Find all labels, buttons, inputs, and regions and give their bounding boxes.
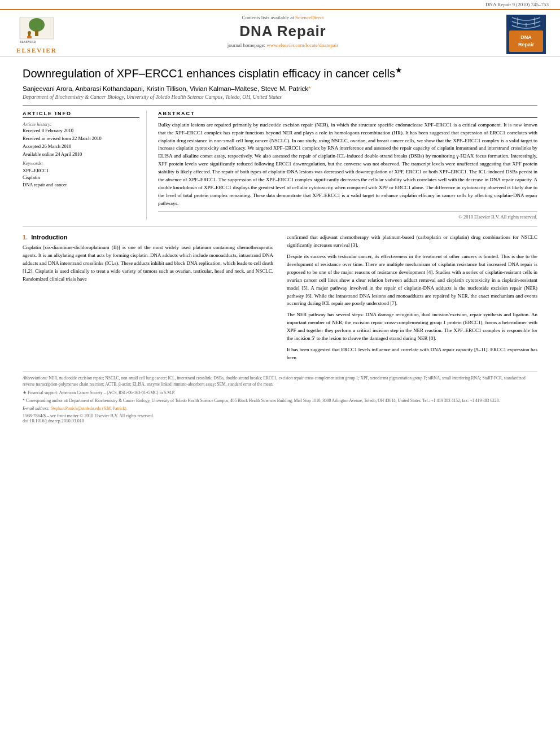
article-info-heading: ARTICLE INFO (23, 111, 139, 118)
article-info-abstract-section: ARTICLE INFO Article history: Received 8… (23, 106, 537, 220)
body-content: 1. Introduction Cisplatin [cis-diammine-… (23, 234, 537, 365)
svg-rect-13 (509, 30, 543, 52)
accepted-date: Accepted 26 March 2010 (23, 143, 139, 149)
keyword-1: XPF–ERCC1 (23, 167, 139, 174)
article-info-column: ARTICLE INFO Article history: Received 8… (23, 111, 147, 220)
received-date: Received 8 February 2010 (23, 128, 139, 133)
dna-helix-graphic: DNA Repair (506, 15, 546, 54)
dna-repair-badge: DNA Repair (506, 15, 546, 54)
journal-meta-center: Contents lists available at ScienceDirec… (62, 15, 504, 48)
elsevier-logo-icon: ELSEVIER (17, 15, 56, 46)
financial-label: ★ Financial support: (23, 390, 58, 395)
email-label: E-mail address: (23, 406, 50, 411)
corresponding-label: * Corresponding author at: (23, 398, 68, 403)
history-label: Article history: (23, 121, 139, 127)
abstract-heading: ABSTRACT (158, 111, 537, 118)
journal-logo-right: DNA Repair (504, 15, 549, 54)
svg-text:DNA: DNA (520, 34, 532, 40)
homepage-url[interactable]: www.elsevier.com/locate/dnarepair (266, 42, 338, 48)
homepage-label: journal homepage: (228, 42, 265, 48)
affiliation: Department of Biochemistry & Cancer Biol… (23, 94, 537, 100)
contents-text: Contents lists available at (242, 15, 294, 20)
financial-footnote: ★ Financial support: American Cancer Soc… (23, 390, 537, 396)
corresponding-star: * (308, 85, 310, 92)
issn-text: 1568-7864/$ – see front matter © 2010 El… (23, 413, 154, 418)
main-content: Downregulation of XPF–ERCC1 enhances cis… (0, 57, 560, 431)
corresponding-footnote: * Corresponding author at: Department of… (23, 397, 537, 404)
doi-text: doi:10.1016/j.dnarep.2010.03.010 (23, 418, 84, 423)
copyright-line: © 2010 Elsevier B.V. All rights reserved… (158, 211, 537, 220)
page: DNA Repair 9 (2010) 745–753 ELSEVIER ELS… (0, 0, 560, 747)
journal-title: DNA Repair (73, 23, 492, 40)
article-title-text: Downregulation of XPF–ERCC1 enhances cis… (23, 67, 395, 80)
intro-paragraph-3: Despite its success with testicular canc… (287, 253, 537, 308)
title-star: ★ (395, 65, 403, 75)
authors-text: Sanjeevani Arora, Anbarasi Kothandapani,… (23, 85, 308, 92)
intro-title: 1. Introduction (23, 234, 273, 241)
section-divider (23, 226, 537, 227)
email-text: Stephan.Patrick@utoledo.edu (S.M. Patric… (51, 406, 128, 411)
email-footnote: E-mail address: Stephan.Patrick@utoledo.… (23, 405, 537, 412)
intro-paragraph-2: confirmed that adjuvant chemotherapy wit… (287, 234, 537, 250)
body-col-left: 1. Introduction Cisplatin [cis-diammine-… (23, 234, 273, 365)
svg-text:Repair: Repair (518, 42, 535, 47)
intro-paragraph-5: It has been suggested that ERCC1 levels … (287, 346, 537, 362)
elsevier-brand-text: ELSEVIER (16, 47, 57, 54)
abstract-text: Bulky cisplatin lesions are repaired pri… (158, 121, 537, 208)
doi-line: doi:10.1016/j.dnarep.2010.03.010 (23, 418, 537, 423)
keywords-label: Keywords: (23, 160, 139, 166)
received-revised-date: Received in revised form 22 March 2010 (23, 136, 139, 141)
sciencedirect-line: Contents lists available at ScienceDirec… (73, 15, 492, 20)
abbreviations-label: Abbreviations: (23, 375, 47, 381)
keyword-2: Cisplatin (23, 174, 139, 181)
svg-text:ELSEVIER: ELSEVIER (20, 40, 36, 43)
citation-line: DNA Repair 9 (2010) 745–753 (0, 0, 560, 10)
svg-point-1 (29, 18, 45, 32)
abstract-column: ABSTRACT Bulky cisplatin lesions are rep… (158, 111, 537, 220)
available-date: Available online 24 April 2010 (23, 151, 139, 157)
intro-paragraph-1: Cisplatin [cis-diammine-dichloroplatinum… (23, 244, 273, 283)
footnote-section: Abbreviations: NER, nucleotide excision … (23, 371, 537, 423)
article-title: Downregulation of XPF–ERCC1 enhances cis… (23, 65, 537, 81)
financial-text: American Cancer Society – (ACS, RSG-06-1… (59, 390, 175, 395)
journal-homepage: journal homepage: www.elsevier.com/locat… (73, 42, 492, 48)
corresponding-address: Department of Biochemistry & Cancer Biol… (69, 398, 500, 403)
keyword-3: DNA repair and cancer (23, 181, 139, 189)
sciencedirect-link[interactable]: ScienceDirect (295, 15, 323, 20)
section-number: 1. (23, 234, 28, 241)
elsevier-logo: ELSEVIER ELSEVIER (11, 15, 62, 54)
svg-rect-5 (27, 36, 32, 38)
citation-text: DNA Repair 9 (2010) 745–753 (485, 2, 549, 7)
section-title-text: Introduction (31, 234, 67, 241)
issn-line: 1568-7864/$ – see front matter © 2010 El… (23, 413, 537, 418)
svg-rect-2 (35, 30, 38, 36)
abbreviations-text: NER, nucleotide excision repair; NSCLC, … (23, 375, 526, 387)
intro-paragraph-4: The NER pathway has several steps: DNA d… (287, 311, 537, 343)
authors-line: Sanjeevani Arora, Anbarasi Kothandapani,… (23, 85, 537, 92)
journal-header: ELSEVIER ELSEVIER Contents lists availab… (0, 10, 560, 57)
body-col-right: confirmed that adjuvant chemotherapy wit… (287, 234, 537, 365)
abbreviations-footnote: Abbreviations: NER, nucleotide excision … (23, 375, 537, 388)
